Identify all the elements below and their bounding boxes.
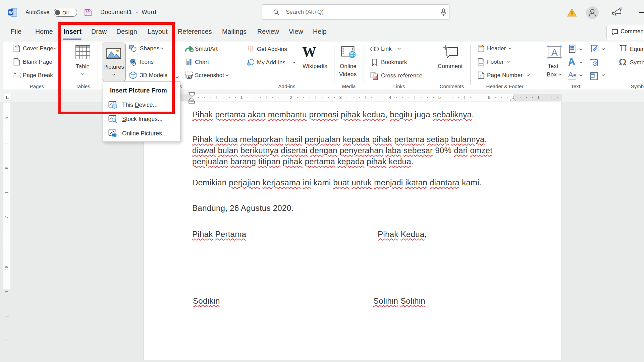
svg-text:5: 5 xyxy=(438,95,441,100)
svg-text:6: 6 xyxy=(488,95,490,100)
svg-text:3: 3 xyxy=(339,95,342,100)
svg-text:6: 6 xyxy=(4,167,9,169)
svg-text:1: 1 xyxy=(240,95,243,100)
svg-text:8: 8 xyxy=(4,265,9,268)
svg-text:W: W xyxy=(9,10,13,15)
svg-text:#: # xyxy=(480,75,482,78)
svg-text:A: A xyxy=(551,47,558,58)
svg-text:7: 7 xyxy=(4,216,9,219)
svg-text:5: 5 xyxy=(4,117,9,119)
svg-text:2: 2 xyxy=(290,95,292,100)
svg-text:4: 4 xyxy=(389,95,391,100)
